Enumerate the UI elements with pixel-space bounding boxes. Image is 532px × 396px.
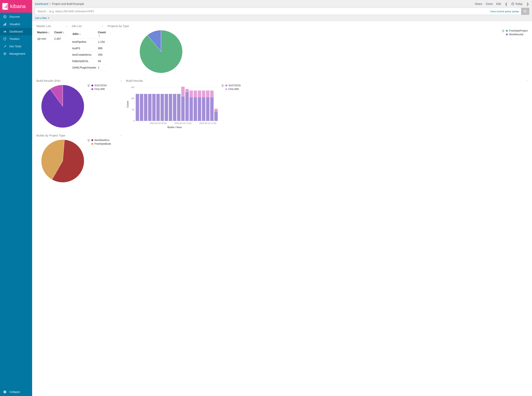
svg-text:0: 0 bbox=[133, 120, 134, 122]
svg-rect-37 bbox=[148, 94, 152, 121]
table-row[interactable]: SAMLPlugin/master1 bbox=[71, 64, 106, 71]
shield-icon bbox=[3, 37, 7, 41]
legend-label: SUCCESS bbox=[94, 84, 107, 87]
svg-line-15 bbox=[4, 52, 4, 53]
svg-point-8 bbox=[4, 39, 5, 39]
svg-rect-46 bbox=[181, 87, 185, 97]
svg-rect-38 bbox=[152, 94, 156, 121]
legend-toggle-icon[interactable]: ❯ bbox=[87, 84, 90, 87]
table-row[interactable]: folder/jobDSL58 bbox=[71, 58, 106, 64]
clone-button[interactable]: Clone bbox=[486, 2, 493, 6]
brand-logo[interactable]: kibana bbox=[0, 0, 32, 13]
add-filter-button[interactable]: Add a filter + bbox=[35, 17, 49, 19]
legend-toggle-icon[interactable]: ❯ bbox=[87, 139, 90, 142]
legend-swatch bbox=[91, 84, 93, 87]
col-header-count[interactable]: Count▲▼ bbox=[53, 29, 68, 36]
sidebar-item-visualize[interactable]: Visualize bbox=[0, 20, 32, 28]
builds-by-type-pie-chart[interactable] bbox=[40, 139, 85, 183]
sidebar-item-timelion[interactable]: Timelion bbox=[0, 35, 32, 43]
svg-rect-39 bbox=[156, 94, 160, 121]
legend-label: WorkflowRun bbox=[94, 139, 109, 141]
legend-item[interactable]: WorkflowJob bbox=[506, 33, 528, 36]
share-button[interactable]: Share bbox=[475, 2, 482, 6]
legend-swatch bbox=[506, 34, 508, 35]
breadcrumb-current: Project and Build Example bbox=[52, 2, 84, 6]
svg-point-24 bbox=[524, 10, 526, 12]
legend-item[interactable]: FreeStyleProject bbox=[506, 29, 528, 32]
svg-text:2018-04-10 11:00: 2018-04-10 11:00 bbox=[175, 122, 191, 124]
svg-text:150: 150 bbox=[131, 86, 134, 88]
legend-item[interactable]: WorkflowRun bbox=[91, 139, 111, 141]
svg-rect-5 bbox=[6, 23, 6, 25]
legend-swatch bbox=[91, 88, 93, 90]
sidebar-collapse[interactable]: Collapse bbox=[0, 388, 32, 396]
builds-by-type-legend: ❯ WorkflowRunFreeStyleBuild bbox=[87, 139, 111, 146]
sidebar-item-label: Timelion bbox=[9, 37, 19, 41]
table-row[interactable]: testPipeline1,154 bbox=[71, 39, 106, 45]
search-input[interactable] bbox=[35, 8, 488, 15]
svg-rect-55 bbox=[202, 97, 205, 121]
legend-item[interactable]: SUCCESS bbox=[91, 84, 107, 87]
col-header-masters[interactable]: Masters▲▼ bbox=[36, 29, 53, 36]
edit-button[interactable]: Edit bbox=[496, 2, 501, 6]
time-next-button[interactable]: ❯ bbox=[526, 2, 529, 6]
expand-icon[interactable]: ⤢ bbox=[120, 134, 122, 137]
col-header-count[interactable]: Count▲▼ bbox=[97, 29, 106, 39]
topbar: Dashboard / Project and Build Example Sh… bbox=[32, 0, 532, 15]
legend-item[interactable]: FAILURE bbox=[225, 87, 241, 91]
svg-line-25 bbox=[526, 12, 526, 12]
sidebar-item-label: Discover bbox=[9, 15, 20, 18]
table-row[interactable]: testFS989 bbox=[71, 45, 106, 52]
svg-rect-44 bbox=[177, 94, 180, 121]
svg-rect-52 bbox=[193, 91, 197, 97]
expand-icon[interactable]: ⤢ bbox=[101, 25, 104, 28]
legend-item[interactable]: SUCCESS bbox=[225, 84, 241, 87]
svg-rect-4 bbox=[5, 23, 5, 25]
master-table: Masters▲▼ Count▲▼ cje-mm2,497 bbox=[36, 29, 68, 42]
searchbar: Uses lucene query syntax bbox=[35, 8, 529, 15]
table-row[interactable]: testCreateItems295 bbox=[71, 52, 106, 58]
panel-title: Projects by Type bbox=[107, 24, 528, 28]
svg-point-7 bbox=[5, 32, 5, 33]
projects-pie-chart[interactable] bbox=[139, 29, 183, 74]
breadcrumb-row: Dashboard / Project and Build Example Sh… bbox=[35, 1, 529, 7]
timepicker[interactable]: Today bbox=[511, 2, 522, 6]
svg-rect-62 bbox=[214, 109, 218, 111]
legend-item[interactable]: FreeStyleBuild bbox=[91, 142, 111, 145]
panel-title: Builds by Project Type bbox=[36, 134, 122, 137]
legend-swatch bbox=[91, 139, 93, 141]
svg-rect-3 bbox=[4, 24, 4, 25]
expand-icon[interactable]: ⤢ bbox=[120, 79, 122, 82]
svg-rect-45 bbox=[181, 97, 185, 121]
sidebar-item-discover[interactable]: Discover bbox=[0, 13, 32, 20]
time-prev-button[interactable]: ❮ bbox=[504, 2, 508, 6]
sidebar-item-management[interactable]: Management bbox=[0, 50, 32, 58]
bar-ylabel: Count bbox=[126, 84, 129, 125]
lucene-syntax-link[interactable]: Uses lucene query syntax bbox=[488, 8, 521, 15]
legend-swatch bbox=[506, 30, 508, 32]
breadcrumb-root[interactable]: Dashboard bbox=[35, 2, 48, 6]
svg-text:100: 100 bbox=[131, 97, 134, 99]
sidebar-item-dashboard[interactable]: Dashboard bbox=[0, 28, 32, 35]
build-results-bar-chart[interactable]: 0501001502018-04-10 05:002018-04-10 11:0… bbox=[129, 84, 219, 125]
sidebar-item-label: Management bbox=[9, 52, 25, 55]
expand-icon[interactable]: ⤢ bbox=[526, 79, 528, 82]
panel-builds-by-project-type: ⤢ Builds by Project Type ❯ WorkflowRunFr… bbox=[35, 132, 124, 187]
legend-item[interactable]: FAILURE bbox=[91, 87, 107, 91]
col-header-jobs[interactable]: Jobs▲▼ bbox=[71, 29, 97, 39]
search-button[interactable] bbox=[521, 8, 529, 15]
legend-label: FAILURE bbox=[94, 87, 105, 91]
wrench-icon bbox=[3, 45, 7, 48]
legend-toggle-icon[interactable]: ❯ bbox=[221, 84, 224, 87]
sidebar-item-devtools[interactable]: Dev Tools bbox=[0, 43, 32, 50]
build-results-pie-chart[interactable] bbox=[40, 84, 85, 129]
legend-toggle-icon[interactable]: ❯ bbox=[502, 29, 505, 32]
panel-title: Master List bbox=[36, 24, 68, 28]
table-row[interactable]: cje-mm2,497 bbox=[36, 36, 68, 42]
svg-rect-56 bbox=[202, 91, 205, 97]
svg-rect-60 bbox=[210, 91, 213, 97]
panel-build-results-pie: ⤢ Build Results (Pie) ❯ SUCCESSFAILURE bbox=[35, 77, 124, 132]
sidebar-nav: Discover Visualize Dashboard Timelion De… bbox=[0, 13, 32, 388]
svg-rect-48 bbox=[185, 89, 189, 92]
expand-icon[interactable]: ⤢ bbox=[65, 25, 68, 28]
